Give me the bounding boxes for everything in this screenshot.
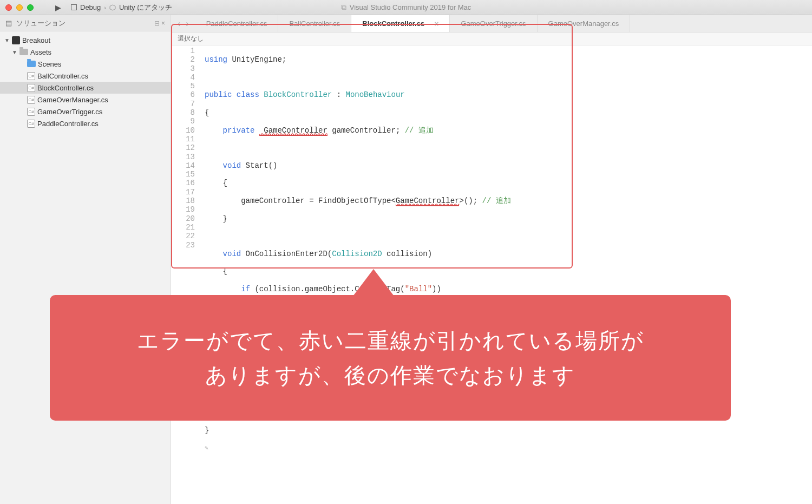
close-tab-icon[interactable]: × — [434, 19, 438, 28]
disclosure-icon[interactable]: ▼ — [12, 49, 17, 55]
tree-folder-assets[interactable]: ▼ Assets — [0, 46, 171, 58]
tab-block-active[interactable]: BlockController.cs× — [351, 15, 450, 32]
csharp-file-icon: C# — [27, 72, 35, 80]
solution-tree: ▼ Breakout ▼ Assets Scenes C# BallContro… — [0, 31, 171, 132]
line-number-gutter: 1234567891011121314151617181920212223 — [171, 45, 200, 504]
tab-gameovertrigger[interactable]: GameOverTrigger.cs — [450, 15, 537, 32]
callout-line2: ありますが、後の作業でなおります — [205, 358, 575, 392]
svg-marker-0 — [110, 5, 115, 10]
csharp-file-icon: C# — [27, 120, 35, 128]
maximize-window-icon[interactable] — [27, 4, 34, 11]
solution-sidebar: ▤ ソリューション ⊟ × ▼ Breakout ▼ Assets Scenes — [0, 15, 171, 504]
run-config[interactable]: Debug › Unity にアタッチ — [71, 3, 172, 12]
close-window-icon[interactable] — [5, 4, 12, 11]
tree-file-selected[interactable]: C# BlockController.cs — [0, 82, 171, 94]
root-label: Breakout — [22, 36, 50, 44]
file-label: PaddleController.cs — [37, 120, 99, 128]
callout-line1: エラーがでて、赤い二重線が引かれている場所が — [137, 323, 644, 358]
sidebar-header: ▤ ソリューション ⊟ × — [0, 15, 171, 31]
tree-file[interactable]: C# PaddleController.cs — [0, 117, 171, 129]
cursor-pencil-icon: ✎ — [205, 445, 208, 451]
code-content[interactable]: using UnityEngine; public class BlockCon… — [200, 45, 812, 504]
run-button[interactable]: ▶ — [55, 3, 61, 12]
tree-folder-scenes[interactable]: Scenes — [0, 58, 171, 70]
chevron-right-icon: › — [104, 4, 106, 11]
csharp-file-icon: C# — [27, 96, 35, 104]
folder-icon — [27, 61, 36, 67]
folder-icon — [19, 49, 28, 55]
app-title: ⧉ Visual Studio Community 2019 for Mac — [341, 3, 471, 12]
tab-nav: ‹ › — [171, 15, 195, 32]
editor-area: ‹ › PaddleController.cs BallController.c… — [171, 15, 812, 504]
tab-ball[interactable]: BallController.cs — [278, 15, 351, 32]
disclosure-icon[interactable]: ▼ — [4, 37, 10, 43]
file-label: GameOverManager.cs — [37, 96, 108, 104]
file-label: BlockController.cs — [37, 84, 94, 92]
tab-gameovermanager[interactable]: GameOverManager.cs — [538, 15, 631, 32]
unity-attach-icon — [109, 4, 116, 11]
solution-list-icon: ▤ — [5, 19, 12, 27]
titlebar: ▶ Debug › Unity にアタッチ ⧉ Visual Studio Co… — [0, 0, 812, 15]
minimize-window-icon[interactable] — [16, 4, 23, 11]
vs-icon: ⧉ — [341, 3, 346, 12]
csharp-file-icon: C# — [27, 108, 35, 116]
tree-file[interactable]: C# GameOverManager.cs — [0, 94, 171, 106]
annotation-callout: エラーがでて、赤い二重線が引かれている場所が ありますが、後の作業でなおります — [50, 295, 731, 421]
main-area: ▤ ソリューション ⊟ × ▼ Breakout ▼ Assets Scenes — [0, 15, 812, 504]
tab-bar: ‹ › PaddleController.cs BallController.c… — [171, 15, 812, 32]
attach-label: Unity にアタッチ — [119, 3, 172, 12]
tree-file[interactable]: C# GameOverTrigger.cs — [0, 106, 171, 117]
nav-forward-icon[interactable]: › — [186, 19, 188, 29]
sidebar-title: ソリューション — [16, 18, 66, 28]
config-label: Debug — [80, 3, 101, 11]
nav-back-icon[interactable]: ‹ — [178, 19, 180, 29]
pin-icon[interactable]: ⊟ × — [154, 19, 165, 27]
file-label: BallController.cs — [37, 72, 88, 80]
folder-label: Assets — [30, 48, 51, 56]
csharp-file-icon: C# — [27, 84, 35, 92]
breadcrumb[interactable]: 選択なし — [171, 32, 812, 45]
unity-project-icon — [12, 36, 20, 44]
code-editor[interactable]: 1234567891011121314151617181920212223 us… — [171, 45, 812, 504]
tree-file[interactable]: C# BallController.cs — [0, 70, 171, 82]
tab-paddle[interactable]: PaddleController.cs — [195, 15, 279, 32]
folder-label: Scenes — [38, 60, 61, 68]
tree-root[interactable]: ▼ Breakout — [0, 34, 171, 46]
file-label: GameOverTrigger.cs — [37, 108, 102, 116]
config-icon — [71, 4, 77, 10]
window-controls — [5, 4, 34, 11]
